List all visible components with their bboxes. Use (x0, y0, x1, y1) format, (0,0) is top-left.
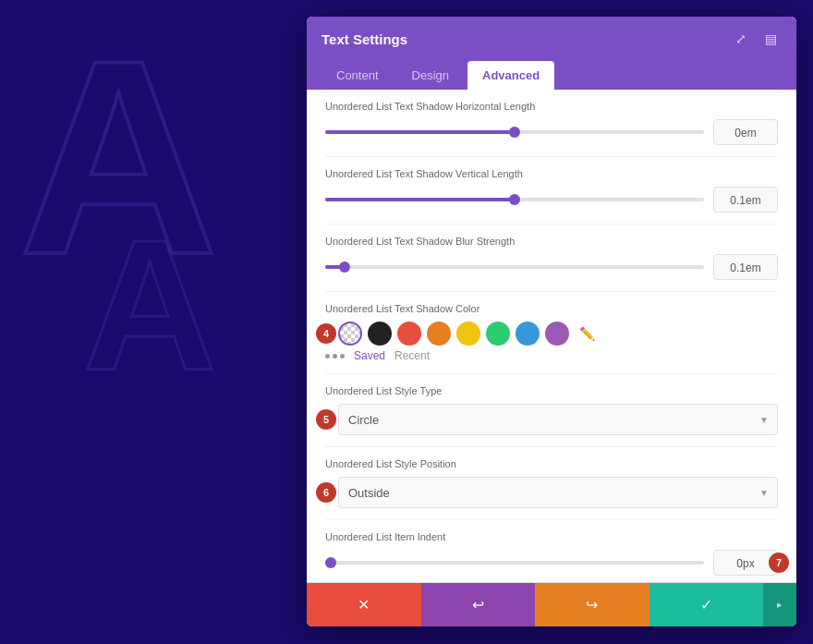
shadow-color-label: Unordered List Text Shadow Color (325, 303, 778, 314)
item-indent-label: Unordered List Item Indent (325, 531, 778, 542)
tab-content[interactable]: Content (322, 61, 394, 90)
swatch-transparent[interactable] (338, 322, 362, 346)
background-letter-2: A (83, 213, 216, 397)
badge-5: 5 (316, 409, 336, 430)
shadow-v-row: Unordered List Text Shadow Vertical Leng… (325, 157, 778, 225)
undo-icon: ↩ (472, 596, 484, 614)
style-type-row: Unordered List Style Type 5 Circle Disc … (325, 374, 778, 447)
shadow-v-slider-row: 0.1em (325, 187, 778, 213)
panel-footer: ✕ ↩ ↪ ✓ ▸ (307, 582, 796, 626)
columns-icon[interactable]: ▤ (759, 28, 782, 50)
color-swatches: ✏️ (325, 322, 599, 346)
confirm-icon: ✓ (700, 596, 712, 614)
style-position-select[interactable]: Outside Inside (338, 477, 778, 508)
badge-6: 6 (316, 482, 336, 503)
swatch-purple[interactable] (545, 322, 569, 346)
recent-link[interactable]: Recent (394, 349, 430, 362)
redo-icon: ↪ (586, 596, 598, 614)
expand-icon[interactable]: ⤢ (730, 28, 752, 50)
style-position-label: Unordered List Style Position (325, 458, 778, 469)
tab-advanced[interactable]: Advanced (467, 61, 554, 90)
shadow-blur-value[interactable]: 0.1em (713, 254, 778, 280)
color-dots (325, 354, 345, 358)
swatch-orange[interactable] (427, 322, 451, 346)
item-indent-slider[interactable] (325, 561, 704, 565)
cancel-button[interactable]: ✕ (307, 583, 421, 626)
shadow-h-row: Unordered List Text Shadow Horizontal Le… (325, 90, 778, 157)
shadow-h-slider[interactable] (325, 130, 704, 134)
color-saved-row: Saved Recent (325, 349, 778, 362)
item-indent-row: Unordered List Item Indent 0px 7 (325, 520, 778, 582)
shadow-h-value[interactable]: 0em (713, 119, 778, 145)
style-type-label: Unordered List Style Type (325, 385, 778, 396)
shadow-h-slider-row: 0em (325, 119, 778, 145)
shadow-blur-slider-row: 0.1em (325, 254, 778, 280)
shadow-v-label: Unordered List Text Shadow Vertical Leng… (325, 168, 778, 179)
saved-link[interactable]: Saved (354, 349, 385, 362)
undo-button[interactable]: ↩ (421, 583, 536, 626)
swatch-green[interactable] (486, 322, 510, 346)
swatch-blue[interactable] (516, 322, 540, 346)
shadow-blur-label: Unordered List Text Shadow Blur Strength (325, 236, 778, 247)
style-type-select[interactable]: Circle Disc Square None (338, 404, 778, 435)
shadow-blur-row: Unordered List Text Shadow Blur Strength… (325, 225, 778, 292)
badge-7: 7 (769, 553, 789, 573)
swatch-yellow[interactable] (456, 322, 480, 346)
panel-header: Text Settings ⤢ ▤ (307, 17, 796, 61)
color-pen-icon[interactable]: ✏️ (575, 322, 599, 346)
swatch-red[interactable] (397, 322, 421, 346)
cancel-icon: ✕ (358, 596, 370, 614)
panel-body[interactable]: Unordered List Text Shadow Horizontal Le… (307, 90, 796, 582)
shadow-color-row: Unordered List Text Shadow Color 4 ✏️ (325, 292, 778, 374)
shadow-v-value[interactable]: 0.1em (713, 187, 778, 213)
badge-4: 4 (316, 323, 336, 344)
shadow-blur-slider[interactable] (325, 265, 704, 269)
header-icons: ⤢ ▤ (730, 28, 782, 50)
confirm-button[interactable]: ✓ (649, 583, 764, 626)
style-position-row: Unordered List Style Position 6 Outside … (325, 447, 778, 520)
extra-confirm-button[interactable]: ▸ (763, 583, 796, 626)
settings-panel: Text Settings ⤢ ▤ Content Design Advance… (307, 17, 796, 626)
swatch-black[interactable] (368, 322, 392, 346)
tab-bar: Content Design Advanced (307, 61, 796, 90)
redo-button[interactable]: ↪ (535, 583, 649, 626)
tab-design[interactable]: Design (397, 61, 464, 90)
item-indent-slider-row: 0px 7 (325, 550, 778, 576)
panel-title: Text Settings (322, 31, 407, 47)
shadow-h-label: Unordered List Text Shadow Horizontal Le… (325, 101, 778, 112)
shadow-v-slider[interactable] (325, 198, 704, 201)
